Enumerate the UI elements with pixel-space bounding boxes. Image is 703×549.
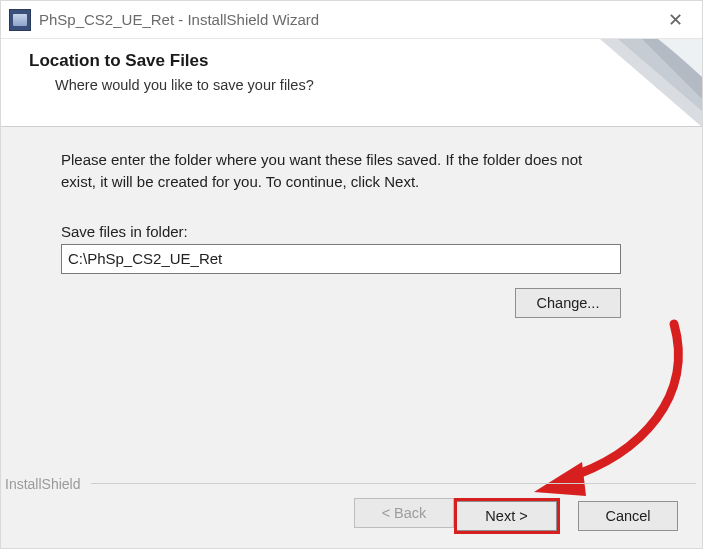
- folder-field-label: Save files in folder:: [61, 223, 660, 240]
- wizard-nav-buttons: < Back Next > Cancel: [354, 498, 678, 534]
- folder-path-input[interactable]: [61, 244, 621, 274]
- titlebar: PhSp_CS2_UE_Ret - InstallShield Wizard ✕: [1, 1, 702, 39]
- page-curl-icon: [572, 39, 702, 127]
- change-button[interactable]: Change...: [515, 288, 621, 318]
- wizard-body: Please enter the folder where you want t…: [1, 127, 702, 548]
- close-icon: ✕: [668, 9, 683, 31]
- app-icon: [9, 9, 31, 31]
- footer-separator: [91, 483, 696, 484]
- wizard-header: Location to Save Files Where would you l…: [1, 39, 702, 127]
- next-button-highlight: Next >: [454, 498, 560, 534]
- annotation-arrow-icon: [494, 314, 694, 504]
- cancel-button[interactable]: Cancel: [578, 501, 678, 531]
- brand-label: InstallShield: [5, 476, 81, 492]
- svg-marker-2: [534, 462, 586, 496]
- installer-window: PhSp_CS2_UE_Ret - InstallShield Wizard ✕…: [0, 0, 703, 549]
- window-title: PhSp_CS2_UE_Ret - InstallShield Wizard: [39, 11, 648, 28]
- instruction-text: Please enter the folder where you want t…: [61, 149, 621, 193]
- close-button[interactable]: ✕: [648, 1, 702, 38]
- next-button[interactable]: Next >: [457, 501, 557, 531]
- back-button: < Back: [354, 498, 454, 528]
